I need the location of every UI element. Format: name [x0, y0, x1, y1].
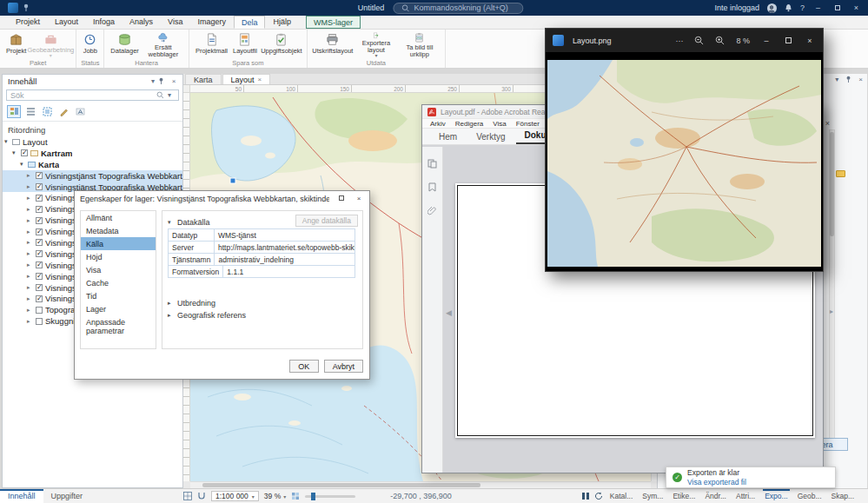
layer-visibility-checkbox[interactable] [36, 217, 43, 224]
expander-icon[interactable] [27, 250, 35, 257]
pin-icon[interactable] [845, 76, 851, 83]
horizontal-scrollbar-thumb[interactable] [202, 483, 480, 487]
property-value[interactable]: http://maps.lantmateriet.se/topowebb-ski… [215, 241, 355, 254]
maximize-dialog-icon[interactable] [336, 195, 347, 202]
help-icon[interactable]: ? [800, 3, 805, 12]
zoom-out-icon[interactable] [694, 36, 704, 45]
property-value[interactable]: 1.1.1 [223, 265, 355, 278]
expander-icon[interactable] [27, 228, 35, 235]
dialog-nav-item[interactable]: Allmänt [81, 211, 156, 224]
export-layout-button[interactable]: Exportera layout ▾ [355, 31, 397, 59]
layer-tree-item[interactable]: Visningstjänst Topografiska Webbkartan, … [3, 170, 182, 182]
login-status[interactable]: Inte inloggad [714, 3, 759, 12]
dialog-nav-item[interactable]: Metadata [81, 224, 156, 237]
expander-icon[interactable] [27, 172, 35, 179]
layout-file-button[interactable]: Layoutfil [231, 31, 259, 59]
dialog-nav-item[interactable]: Visa [81, 263, 156, 276]
layer-visibility-checkbox[interactable] [36, 273, 43, 280]
pane-scrollbar-thumb[interactable] [830, 132, 834, 236]
acrobat-tab[interactable]: Verktyg [468, 130, 513, 144]
layer-visibility-checkbox[interactable] [36, 307, 43, 314]
folder-icon[interactable] [836, 170, 845, 177]
expander-icon[interactable] [12, 149, 20, 156]
view-tab[interactable]: Layout× [222, 74, 271, 84]
search-options-caret-icon[interactable]: ▾ [164, 91, 175, 99]
layer-visibility-checkbox[interactable] [36, 206, 43, 213]
close-button[interactable]: × [851, 3, 862, 12]
expander-icon[interactable] [4, 138, 12, 145]
dialog-nav-item[interactable]: Höjd [81, 250, 156, 263]
layer-visibility-checkbox[interactable] [21, 149, 28, 156]
expander-icon[interactable] [27, 284, 35, 291]
dialog-nav-item[interactable]: Anpassade parametrar [81, 315, 156, 337]
expander-icon[interactable] [27, 217, 35, 224]
photos-titlebar[interactable]: Layout.png ··· 8 % – × [546, 29, 823, 52]
docked-pane-tab[interactable]: Etike... [671, 489, 697, 503]
share-project-button[interactable]: Projekt [4, 31, 28, 59]
layer-visibility-checkbox[interactable] [36, 195, 43, 202]
pin-icon[interactable] [23, 3, 30, 12]
expander-icon[interactable] [20, 161, 28, 168]
notifications-bell-icon[interactable] [785, 3, 792, 12]
previous-page-arrow-icon[interactable]: ◀ [446, 308, 452, 317]
ok-button[interactable]: OK [289, 360, 319, 373]
scale-select[interactable]: 1:100 000▾ [211, 491, 259, 501]
contents-search-input[interactable]: Sök ▾ [6, 89, 179, 101]
refresh-icon[interactable] [594, 492, 603, 500]
acrobat-menu-item[interactable]: Fönster [512, 120, 544, 128]
docked-pane-tab[interactable]: Expo... [763, 489, 789, 503]
ribbon-tab[interactable]: Projekt [9, 16, 47, 29]
property-value[interactable]: administrativ_indelning [215, 253, 355, 266]
docked-pane-tab[interactable]: Sym... [640, 489, 665, 503]
close-button[interactable]: × [805, 36, 815, 45]
replace-web-layer-button[interactable]: Ersätt webblager [142, 31, 184, 59]
expander-icon[interactable] [27, 307, 35, 314]
expander-icon[interactable] [27, 239, 35, 246]
close-pane-icon[interactable]: × [169, 77, 179, 85]
account-avatar[interactable] [767, 3, 777, 13]
list-by-selection-icon[interactable] [40, 105, 54, 118]
datastore-button[interactable]: Datalager [109, 31, 141, 59]
pane-menu-icon[interactable]: ▾ [835, 76, 838, 83]
spatial-reference-section-header[interactable]: ▸Geografisk referens [168, 311, 357, 320]
docked-pane-tab[interactable]: Geob... [796, 489, 824, 503]
pin-icon[interactable] [158, 77, 169, 85]
close-dialog-icon[interactable]: × [354, 195, 364, 202]
docked-pane-tab[interactable]: Attri... [734, 489, 757, 503]
expander-icon[interactable] [27, 183, 35, 190]
expander-icon[interactable] [27, 206, 35, 213]
docked-pane-tab[interactable]: Skap... [830, 489, 856, 503]
list-by-editing-icon[interactable] [56, 105, 70, 118]
layout-grid-icon[interactable] [183, 492, 192, 500]
clip-image-to-clipboard-button[interactable]: Ta bild till urklipp [399, 31, 441, 59]
layer-visibility-checkbox[interactable] [36, 261, 43, 268]
layer-tree-item[interactable]: Karta [3, 159, 182, 170]
layer-visibility-checkbox[interactable] [36, 284, 43, 291]
ribbon-tab[interactable]: Infoga [86, 16, 122, 29]
zoom-level[interactable]: 39 %▾ [264, 492, 286, 500]
docked-pane-tab[interactable]: Ändr... [703, 489, 728, 503]
acrobat-menu-item[interactable]: Redigera [451, 120, 487, 128]
bookmarks-panel-icon[interactable] [427, 182, 437, 192]
dialog-nav-item[interactable]: Källa [81, 237, 156, 250]
cancel-button[interactable]: Avbryt [324, 360, 363, 373]
zoom-level[interactable]: 8 % [736, 36, 750, 45]
close-pane-icon[interactable]: × [858, 76, 863, 83]
property-value[interactable]: WMS-tjänst [215, 228, 355, 242]
dialog-nav-item[interactable]: Cache [81, 276, 156, 289]
ribbon-tab[interactable]: Dela [234, 16, 266, 29]
layer-tree-item[interactable]: Kartram [3, 148, 182, 159]
acrobat-tab[interactable]: Hem [431, 130, 465, 144]
minimize-button[interactable]: – [812, 3, 824, 12]
layer-visibility-checkbox[interactable] [36, 183, 43, 190]
close-view-tab-icon[interactable]: × [258, 76, 262, 83]
extent-section-header[interactable]: ▸Utbredning [168, 299, 357, 308]
command-search-input[interactable]: Kommandosökning (Alt+Q) [393, 3, 523, 14]
pane-scrollbar[interactable] [829, 129, 835, 439]
pane-tab[interactable]: Uppgifter [43, 489, 91, 503]
pane-menu-icon[interactable]: ▾ [148, 77, 158, 85]
expander-icon[interactable] [27, 195, 35, 202]
list-by-drawing-order-icon[interactable] [7, 105, 21, 118]
ribbon-tab[interactable]: Visa [161, 16, 189, 29]
acrobat-menu-item[interactable]: Arkiv [426, 120, 450, 128]
